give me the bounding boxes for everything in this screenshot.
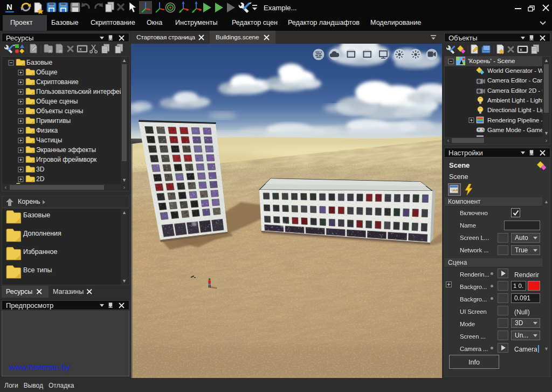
svg-text:Экранные эффекты: Экранные эффекты — [36, 146, 96, 154]
svg-text:Частицы: Частицы — [36, 136, 62, 144]
svg-text:Camera Editor - Camera: Camera Editor - Camera — [487, 77, 542, 84]
svg-text:X: X — [520, 47, 522, 52]
svg-text:Все типы: Все типы — [23, 266, 52, 274]
svg-text:World Generator - Worl: World Generator - Worl — [487, 67, 542, 74]
svg-text:2D: 2D — [36, 175, 45, 183]
svg-text:Игровой фреймворк: Игровой фреймворк — [36, 156, 97, 163]
svg-text:Базовые: Базовые — [26, 59, 52, 66]
svg-text:Дополнения: Дополнения — [23, 230, 61, 237]
svg-text:Game Mode - GameMod: Game Mode - GameMod — [487, 126, 542, 133]
svg-text:Физика: Физика — [36, 127, 58, 134]
svg-text:Скриптование: Скриптование — [36, 78, 79, 86]
svg-text:N: N — [6, 2, 12, 11]
svg-text:Rendering Pipeline - Rer: Rendering Pipeline - Rer — [487, 116, 542, 123]
svg-text:Example...: Example... — [264, 4, 296, 12]
svg-text:Directional Light - Light: Directional Light - Light — [487, 106, 542, 113]
svg-text:Базовые: Базовые — [23, 211, 50, 219]
svg-text:Избранное: Избранное — [23, 248, 57, 256]
svg-text:X: X — [79, 47, 82, 52]
svg-text:Общие: Общие — [36, 68, 58, 76]
svg-text:Пользовательский интерфейс: Пользовательский интерфейс — [36, 88, 121, 95]
svg-text:Общее сцены: Общее сцены — [36, 98, 78, 105]
svg-text:'Корень' - Scene: 'Корень' - Scene — [468, 57, 515, 65]
svg-text:Ambient Light - Light: Ambient Light - Light — [487, 97, 542, 104]
svg-text:Примитивы: Примитивы — [36, 117, 71, 125]
svg-text:Camera Editor 2D - Cam: Camera Editor 2D - Cam — [487, 87, 542, 94]
svg-text:Объекты сцены: Объекты сцены — [36, 107, 84, 115]
svg-text:3D: 3D — [36, 166, 45, 173]
